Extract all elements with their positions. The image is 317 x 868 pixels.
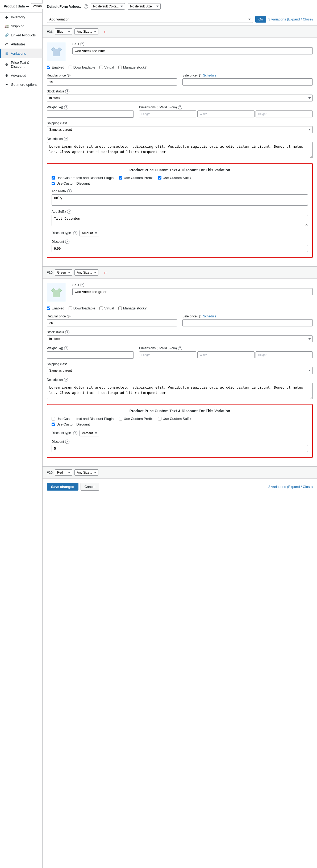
shipping-class-select-30[interactable]: Same as parent Flat Rate Free Shipping xyxy=(47,367,313,374)
sidebar-item-inventory[interactable]: ◆ Inventory xyxy=(0,12,42,22)
sku-input-31[interactable] xyxy=(72,47,313,55)
save-button[interactable]: Save changes xyxy=(47,483,79,491)
use-custom-discount-label-31[interactable]: Use Custom Discount xyxy=(52,181,90,185)
regular-price-label-30: Regular price ($) xyxy=(47,314,177,318)
use-custom-plugin-label-30[interactable]: Use Custom text and Discount Plugin xyxy=(52,417,114,421)
stock-status-select-30[interactable]: In stock Out of stock On backorder xyxy=(47,336,313,342)
sidebar-item-attributes[interactable]: 🏷 Attributes xyxy=(0,39,42,49)
go-button[interactable]: Go xyxy=(255,16,266,23)
add-variation-select[interactable]: Add variation Create variations from all… xyxy=(47,16,253,23)
suffix-textarea-31[interactable]: Till December xyxy=(52,215,308,226)
weight-input-30[interactable] xyxy=(47,351,134,359)
use-custom-suffix-label-31[interactable]: Use Custom Suffix xyxy=(158,176,191,180)
virtual-checkbox-31[interactable] xyxy=(99,66,103,69)
regular-price-input-31[interactable] xyxy=(47,79,177,86)
discount-type-select-30[interactable]: Amount Percent xyxy=(80,430,99,436)
use-custom-plugin-label-31[interactable]: Use Custom text and Discount Plugin xyxy=(52,176,114,180)
color-select[interactable]: No default Color... Blue Green Red xyxy=(91,3,125,9)
enabled-checkbox-31[interactable] xyxy=(47,66,50,69)
description-textarea-30[interactable]: Lorem ipsum dolor sit amet, consectetur … xyxy=(47,383,313,399)
use-custom-prefix-label-30[interactable]: Use Custom Prefix xyxy=(119,417,152,421)
sidebar-item-linked-products[interactable]: 🔗 Linked Products xyxy=(0,31,42,39)
cancel-button[interactable]: Cancel xyxy=(81,483,99,491)
stock-status-help-30[interactable]: ? xyxy=(65,330,69,334)
variation-30-color-select[interactable]: Blue Green Red xyxy=(55,269,72,276)
sale-price-input-30[interactable] xyxy=(182,319,313,327)
use-custom-suffix-checkbox-30[interactable] xyxy=(158,417,162,421)
schedule-link-31[interactable]: Schedule xyxy=(203,73,216,77)
use-custom-plugin-checkbox-31[interactable] xyxy=(52,176,55,180)
length-input-30[interactable] xyxy=(139,351,196,358)
discount-type-select-31[interactable]: Amount Percent xyxy=(80,230,99,237)
sku-help-icon-30[interactable]: ? xyxy=(80,283,84,287)
sidebar-item-shipping[interactable]: 🚛 Shipping xyxy=(0,22,42,31)
width-input-31[interactable] xyxy=(197,111,255,117)
shipping-class-select-31[interactable]: Same as parent Flat Rate Free Shipping xyxy=(47,126,313,133)
size-select[interactable]: No default Size... Small Medium Large xyxy=(128,3,161,9)
dims-help-30[interactable]: ? xyxy=(178,346,182,350)
default-form-help-icon[interactable]: ? xyxy=(84,4,88,8)
stock-status-help-31[interactable]: ? xyxy=(65,89,69,93)
variation-29-color-select[interactable]: Blue Green Red xyxy=(55,469,72,476)
use-custom-prefix-label-31[interactable]: Use Custom Prefix xyxy=(119,176,152,180)
virtual-label-31[interactable]: Virtual xyxy=(99,65,114,69)
dims-help-31[interactable]: ? xyxy=(178,105,182,110)
manage-stock-label-31[interactable]: Manage stock? xyxy=(118,65,147,69)
discount-type-help-31[interactable]: ? xyxy=(73,231,77,235)
description-help-31[interactable]: ? xyxy=(64,137,68,141)
width-input-30[interactable] xyxy=(197,351,255,358)
suffix-help-31[interactable]: ? xyxy=(67,210,71,214)
description-help-30[interactable]: ? xyxy=(64,378,68,382)
use-custom-discount-label-30[interactable]: Use Custom Discount xyxy=(52,422,90,426)
enabled-label-31[interactable]: Enabled xyxy=(47,65,64,69)
use-custom-prefix-checkbox-31[interactable] xyxy=(119,176,122,180)
weight-input-31[interactable] xyxy=(47,111,134,118)
enabled-checkbox-30[interactable] xyxy=(47,307,50,310)
enabled-label-30[interactable]: Enabled xyxy=(47,306,64,310)
downloadable-label-31[interactable]: Downloadable xyxy=(68,65,95,69)
height-input-30[interactable] xyxy=(256,351,313,358)
regular-price-input-30[interactable] xyxy=(47,319,177,327)
manage-stock-checkbox-31[interactable] xyxy=(118,66,122,69)
use-custom-suffix-label-30[interactable]: Use Custom Suffix xyxy=(158,417,191,421)
variation-31-image[interactable] xyxy=(47,42,66,61)
manage-stock-checkbox-30[interactable] xyxy=(118,307,122,310)
variation-31-color-select[interactable]: Blue Green Red xyxy=(55,28,72,35)
use-custom-plugin-checkbox-30[interactable] xyxy=(52,417,55,421)
schedule-link-30[interactable]: Schedule xyxy=(203,314,216,318)
sidebar-item-price-text[interactable]: ⚙ Price Text & Discount xyxy=(0,58,42,71)
use-custom-prefix-checkbox-30[interactable] xyxy=(119,417,122,421)
prefix-textarea-31[interactable]: Only xyxy=(52,194,308,206)
sidebar-item-more-options[interactable]: ✦ Get more options xyxy=(0,80,42,89)
variation-30-size-select[interactable]: Any Size... Small Medium xyxy=(75,269,98,276)
manage-stock-label-30[interactable]: Manage stock? xyxy=(118,306,147,310)
use-custom-discount-checkbox-30[interactable] xyxy=(52,423,55,426)
discount-help-31[interactable]: ? xyxy=(65,240,69,244)
virtual-label-30[interactable]: Virtual xyxy=(99,306,114,310)
stock-status-select-31[interactable]: In stock Out of stock On backorder xyxy=(47,95,313,101)
weight-help-31[interactable]: ? xyxy=(64,105,68,110)
sidebar-item-variations[interactable]: ⊞ Variations xyxy=(0,49,42,58)
variation-31-size-select[interactable]: Any Size... Small Medium xyxy=(75,28,98,35)
weight-help-30[interactable]: ? xyxy=(64,346,68,350)
downloadable-checkbox-31[interactable] xyxy=(68,66,72,69)
sku-help-icon-31[interactable]: ? xyxy=(80,42,84,46)
downloadable-checkbox-30[interactable] xyxy=(68,307,72,310)
discount-help-30[interactable]: ? xyxy=(65,440,69,444)
discount-input-31[interactable] xyxy=(52,245,308,252)
discount-input-30[interactable] xyxy=(52,445,308,452)
variation-29-size-select[interactable]: Any Size... Small Medium xyxy=(75,469,98,476)
prefix-help-31[interactable]: ? xyxy=(67,189,71,193)
sku-input-30[interactable] xyxy=(72,288,313,296)
downloadable-label-30[interactable]: Downloadable xyxy=(68,306,95,310)
sidebar-item-advanced[interactable]: ⚙ Advanced xyxy=(0,71,42,80)
use-custom-suffix-checkbox-31[interactable] xyxy=(158,176,162,180)
virtual-checkbox-30[interactable] xyxy=(99,307,103,310)
sale-price-input-31[interactable] xyxy=(182,79,313,86)
variation-30-image[interactable] xyxy=(47,283,66,302)
use-custom-discount-checkbox-31[interactable] xyxy=(52,182,55,185)
height-input-31[interactable] xyxy=(256,111,313,117)
discount-type-help-30[interactable]: ? xyxy=(73,431,77,435)
length-input-31[interactable] xyxy=(139,111,196,117)
description-textarea-31[interactable]: Lorem ipsum dolor sit amet, consectetur … xyxy=(47,142,313,158)
